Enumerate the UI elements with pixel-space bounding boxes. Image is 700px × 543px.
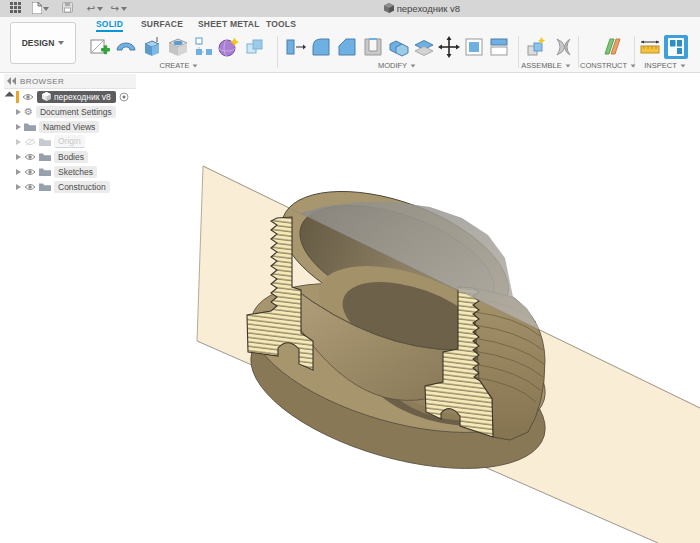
browser-header[interactable]: BROWSER bbox=[4, 74, 136, 89]
combine-button[interactable] bbox=[387, 35, 411, 59]
shell-button[interactable] bbox=[361, 35, 385, 59]
browser-item-sketches[interactable]: Sketches bbox=[4, 164, 136, 179]
browser-title: BROWSER bbox=[20, 77, 64, 86]
move-copy-button[interactable] bbox=[437, 35, 461, 59]
dropdown-caret-icon bbox=[193, 64, 198, 67]
browser-item-origin[interactable]: Origin bbox=[4, 134, 136, 149]
expand-arrow-icon[interactable] bbox=[16, 139, 21, 145]
eye-icon[interactable] bbox=[24, 183, 36, 191]
browser-panel: BROWSER переходник v8 ⚙ Document Setting… bbox=[4, 74, 136, 194]
fillet-button[interactable] bbox=[309, 35, 333, 59]
measure-button[interactable] bbox=[638, 35, 662, 59]
document-title: переходник v8 bbox=[384, 2, 460, 15]
folder-icon bbox=[39, 167, 51, 176]
save-icon[interactable] bbox=[60, 2, 74, 15]
expand-arrow-icon[interactable] bbox=[16, 109, 21, 115]
extrude-button[interactable] bbox=[140, 35, 164, 59]
construct-group-label[interactable]: CONSTRUCT bbox=[580, 61, 632, 70]
redo-caret-icon[interactable] bbox=[121, 7, 127, 11]
folder-icon bbox=[39, 152, 51, 161]
dropdown-caret-icon bbox=[411, 64, 416, 67]
eye-icon[interactable] bbox=[22, 93, 34, 101]
tab-tools[interactable]: TOOLS bbox=[266, 19, 296, 29]
dropdown-caret-icon bbox=[680, 64, 685, 67]
root-component[interactable]: переходник v8 bbox=[37, 91, 116, 103]
expand-arrow-icon[interactable] bbox=[16, 169, 21, 175]
file-menu-caret-icon[interactable] bbox=[43, 7, 49, 11]
create-sketch-button[interactable] bbox=[88, 35, 112, 59]
construction-plane-button[interactable] bbox=[600, 35, 624, 59]
cube-icon bbox=[384, 3, 394, 13]
folder-icon bbox=[39, 182, 51, 191]
tab-sheet-metal[interactable]: SHEET METAL bbox=[198, 19, 260, 29]
browser-item-construction[interactable]: Construction bbox=[4, 179, 136, 194]
folder-icon bbox=[39, 137, 51, 146]
expand-arrow-icon[interactable] bbox=[5, 92, 15, 102]
assemble-group-label[interactable]: ASSEMBLE bbox=[516, 61, 576, 70]
browser-item-document-settings[interactable]: ⚙ Document Settings bbox=[4, 104, 136, 119]
tab-solid[interactable]: SOLID bbox=[96, 19, 123, 29]
dropdown-caret-icon bbox=[631, 64, 636, 67]
new-component-button[interactable] bbox=[524, 35, 548, 59]
browser-root-row[interactable]: переходник v8 bbox=[4, 89, 136, 104]
inspect-group-label[interactable]: INSPECT bbox=[636, 61, 694, 70]
workspace-selector[interactable]: DESIGN bbox=[10, 22, 76, 64]
title-bar: ↩ ↪ переходник v8 bbox=[0, 0, 700, 18]
copy-button[interactable] bbox=[243, 35, 267, 59]
collapse-panel-icon[interactable] bbox=[7, 77, 16, 85]
joint-button[interactable] bbox=[551, 35, 575, 59]
active-component-bar bbox=[16, 91, 19, 103]
folder-icon bbox=[24, 122, 36, 131]
hole-button[interactable] bbox=[166, 35, 190, 59]
gear-icon: ⚙ bbox=[24, 107, 33, 117]
chamfer-button[interactable] bbox=[335, 35, 359, 59]
component-cube-icon bbox=[42, 92, 51, 101]
expand-arrow-icon[interactable] bbox=[16, 124, 21, 130]
create-group-label[interactable]: CREATE bbox=[88, 61, 270, 70]
dropdown-caret-icon bbox=[58, 41, 64, 45]
eye-hidden-icon[interactable] bbox=[24, 138, 36, 146]
offset-face-button[interactable] bbox=[412, 35, 436, 59]
section-analysis-button[interactable] bbox=[664, 35, 688, 59]
modify-group-label[interactable]: MODIFY bbox=[283, 61, 511, 70]
toolbar: CREATE MODIFY ASSEMBLE CONSTRUCT INSPECT bbox=[0, 33, 700, 73]
tab-surface[interactable]: SURFACE bbox=[141, 19, 183, 29]
toolbar-tabs: SOLID SURFACE SHEET METAL TOOLS bbox=[0, 17, 700, 33]
align-button[interactable] bbox=[462, 35, 486, 59]
undo-caret-icon[interactable] bbox=[97, 7, 103, 11]
redo-icon[interactable]: ↪ bbox=[108, 2, 122, 15]
eye-icon[interactable] bbox=[24, 153, 36, 161]
replace-face-button[interactable] bbox=[487, 35, 511, 59]
activate-component-radio-icon[interactable] bbox=[119, 92, 129, 102]
undo-icon[interactable]: ↩ bbox=[84, 2, 98, 15]
grid-menu-icon[interactable] bbox=[8, 2, 22, 15]
rectangular-pattern-button[interactable] bbox=[192, 35, 216, 59]
dropdown-caret-icon bbox=[565, 64, 570, 67]
browser-item-named-views[interactable]: Named Views bbox=[4, 119, 136, 134]
press-pull-button[interactable] bbox=[283, 35, 307, 59]
create-form-button[interactable] bbox=[217, 35, 241, 59]
file-new-icon[interactable] bbox=[30, 2, 44, 15]
browser-item-bodies[interactable]: Bodies bbox=[4, 149, 136, 164]
expand-arrow-icon[interactable] bbox=[16, 154, 21, 160]
revolve-button[interactable] bbox=[114, 35, 138, 59]
expand-arrow-icon[interactable] bbox=[16, 184, 21, 190]
eye-icon[interactable] bbox=[24, 168, 36, 176]
